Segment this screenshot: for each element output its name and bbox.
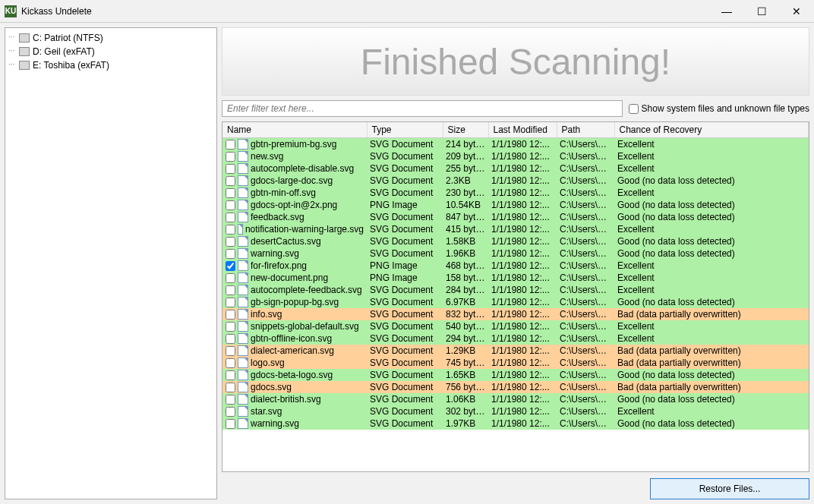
row-checkbox[interactable] (226, 237, 235, 247)
row-checkbox[interactable] (226, 358, 235, 368)
drive-label: C: Patriot (NTFS) (33, 33, 103, 43)
table-row[interactable]: snippets-global-default.svgSVG Document5… (222, 320, 809, 332)
column-header-modified[interactable]: Last Modified (488, 122, 557, 138)
file-name: gdocs.svg (251, 382, 292, 392)
show-system-files-option[interactable]: Show system files and unknown file types (629, 103, 809, 114)
file-name: notification-warning-large.svg (245, 224, 364, 235)
table-row[interactable]: gbtn-offline-icon.svgSVG Document294 byt… (222, 332, 809, 345)
row-checkbox[interactable] (226, 188, 235, 198)
file-icon (238, 151, 248, 162)
row-checkbox[interactable] (226, 298, 235, 307)
column-header-name[interactable]: Name (222, 122, 367, 138)
row-checkbox[interactable] (226, 383, 235, 392)
table-row[interactable]: gdocs.svgSVG Document756 bytes1/1/1980 1… (222, 381, 809, 393)
table-row[interactable]: warning.svgSVG Document1.97KB1/1/1980 12… (222, 417, 809, 430)
row-checkbox[interactable] (226, 407, 235, 417)
table-row[interactable]: gdocs-beta-logo.svgSVG Document1.65KB1/1… (222, 369, 809, 381)
file-modified: 1/1/1980 12:... (488, 369, 557, 381)
file-recovery: Excellent (614, 272, 809, 284)
file-modified: 1/1/1980 12:... (488, 393, 557, 405)
row-checkbox[interactable] (226, 370, 235, 380)
table-row[interactable]: gdocs-opt-in@2x.pngPNG Image10.54KB1/1/1… (222, 199, 809, 211)
table-row[interactable]: info.svgSVG Document832 bytes1/1/1980 12… (222, 308, 809, 320)
table-row[interactable]: gbtn-min-off.svgSVG Document230 bytes1/1… (222, 187, 809, 199)
file-recovery: Excellent (614, 150, 809, 162)
column-header-recovery[interactable]: Chance of Recovery (614, 122, 809, 138)
drive-item[interactable]: D: Geil (exFAT) (8, 45, 213, 58)
table-row[interactable]: feedback.svgSVG Document847 bytes1/1/198… (222, 211, 809, 223)
table-row[interactable]: autocomplete-feedback.svgSVG Document284… (222, 284, 809, 296)
table-row[interactable]: logo.svgSVG Document745 bytes1/1/1980 12… (222, 357, 809, 369)
column-header-size[interactable]: Size (443, 122, 488, 138)
file-path: C:\Users\M... (557, 381, 614, 393)
file-icon (238, 345, 248, 356)
file-name: warning.svg (251, 418, 299, 429)
row-checkbox[interactable] (226, 395, 235, 405)
table-row[interactable]: dialect-american.svgSVG Document1.29KB1/… (222, 345, 809, 357)
table-row[interactable]: gdocs-large-doc.svgSVG Document2.3KB1/1/… (222, 175, 809, 187)
file-table[interactable]: Name Type Size Last Modified Path Chance… (222, 121, 809, 472)
file-size: 745 bytes (443, 357, 488, 369)
table-row[interactable]: notification-warning-large.svgSVG Docume… (222, 223, 809, 235)
file-name: gdocs-large-doc.svg (251, 175, 333, 186)
file-modified: 1/1/1980 12:... (488, 260, 557, 272)
drive-item[interactable]: E: Toshiba (exFAT) (8, 58, 213, 72)
maximize-button[interactable]: ☐ (744, 0, 779, 22)
file-modified: 1/1/1980 12:... (488, 223, 557, 235)
table-row[interactable]: for-firefox.pngPNG Image468 bytes1/1/198… (222, 260, 809, 272)
row-checkbox[interactable] (226, 310, 235, 320)
row-checkbox[interactable] (226, 213, 235, 222)
table-row[interactable]: new.svgSVG Document209 bytes1/1/1980 12:… (222, 150, 809, 162)
table-row[interactable]: gb-sign-popup-bg.svgSVG Document6.97KB1/… (222, 296, 809, 308)
row-checkbox[interactable] (226, 152, 235, 162)
table-row[interactable]: dialect-british.svgSVG Document1.06KB1/1… (222, 393, 809, 405)
restore-files-button[interactable]: Restore Files... (650, 478, 809, 499)
table-row[interactable]: desertCactus.svgSVG Document1.58KB1/1/19… (222, 235, 809, 247)
row-checkbox[interactable] (226, 200, 235, 210)
table-row[interactable]: gbtn-premium-bg.svgSVG Document214 bytes… (222, 138, 809, 151)
file-size: 1.97KB (443, 417, 488, 430)
file-path: C:\Users\M... (557, 393, 614, 405)
file-path: C:\Users\M... (557, 308, 614, 320)
drive-tree[interactable]: C: Patriot (NTFS)D: Geil (exFAT)E: Toshi… (5, 27, 217, 499)
row-checkbox[interactable] (226, 225, 235, 235)
table-row[interactable]: new-document.pngPNG Image158 bytes1/1/19… (222, 272, 809, 284)
row-checkbox[interactable] (226, 176, 235, 186)
file-icon (238, 200, 248, 210)
row-checkbox[interactable] (226, 140, 235, 150)
file-type: SVG Document (367, 223, 443, 235)
file-icon (238, 394, 248, 405)
row-checkbox[interactable] (226, 322, 235, 332)
close-button[interactable]: ✕ (779, 0, 814, 22)
file-recovery: Bad (data partially overwritten) (614, 308, 809, 320)
file-size: 832 bytes (443, 308, 488, 320)
show-system-files-checkbox[interactable] (629, 104, 639, 114)
file-recovery: Excellent (614, 138, 809, 151)
file-type: SVG Document (367, 345, 443, 357)
file-size: 1.06KB (443, 393, 488, 405)
row-checkbox[interactable] (226, 334, 235, 344)
row-checkbox[interactable] (226, 285, 235, 295)
column-header-path[interactable]: Path (557, 122, 614, 138)
row-checkbox[interactable] (226, 273, 235, 283)
column-header-type[interactable]: Type (367, 122, 443, 138)
file-path: C:\Users\M... (557, 296, 614, 308)
table-row[interactable]: star.svgSVG Document302 bytes1/1/1980 12… (222, 405, 809, 417)
table-row[interactable]: autocomplete-disable.svgSVG Document255 … (222, 162, 809, 175)
row-checkbox[interactable] (226, 164, 235, 174)
row-checkbox[interactable] (226, 261, 235, 271)
row-checkbox[interactable] (226, 249, 235, 259)
row-checkbox[interactable] (226, 419, 235, 429)
file-name: star.svg (251, 406, 282, 417)
table-row[interactable]: warning.svgSVG Document1.96KB1/1/1980 12… (222, 247, 809, 260)
minimize-button[interactable]: — (709, 0, 744, 22)
file-icon (238, 139, 248, 150)
row-checkbox[interactable] (226, 346, 235, 356)
file-modified: 1/1/1980 12:... (488, 162, 557, 175)
file-path: C:\Users\M... (557, 320, 614, 332)
file-modified: 1/1/1980 12:... (488, 199, 557, 211)
filter-input[interactable] (222, 100, 623, 117)
file-type: PNG Image (367, 272, 443, 284)
drive-icon (19, 47, 30, 56)
drive-item[interactable]: C: Patriot (NTFS) (8, 31, 213, 45)
